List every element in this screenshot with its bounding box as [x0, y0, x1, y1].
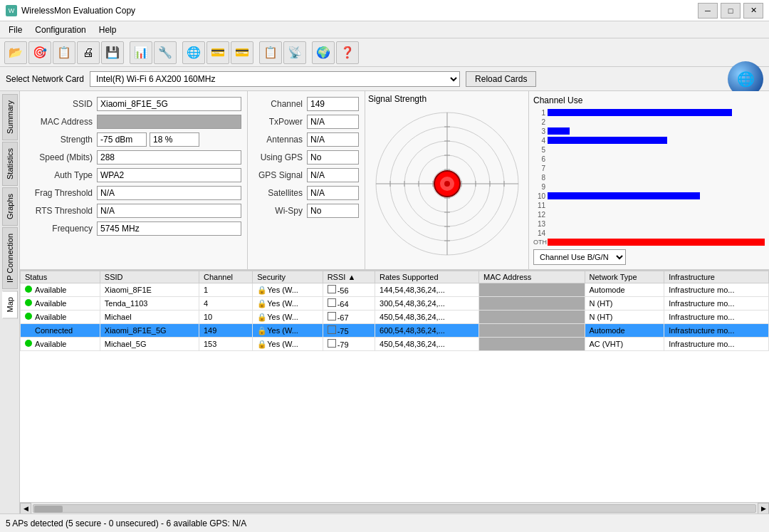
cell-channel: 10: [199, 311, 252, 324]
cell-ssid: Michael_5G: [100, 338, 199, 351]
content-panel: SSID Xiaomi_8F1E_5G MAC Address Strength…: [20, 91, 769, 513]
titlebar: W WirelessMon Evaluation Copy ─ □ ✕: [0, 0, 769, 21]
tab-map[interactable]: Map: [2, 291, 18, 318]
cell-status: Available: [21, 297, 100, 311]
cell-channel: 1: [199, 283, 252, 297]
scroll-thumb[interactable]: [34, 506, 63, 513]
table-row[interactable]: Available Michael_5G 153 🔒Yes (W... -79 …: [21, 338, 769, 351]
col-rates: Rates Supported: [375, 271, 479, 283]
cell-mac: ████████████: [479, 283, 585, 297]
cell-channel: 153: [199, 338, 252, 351]
toolbar-print[interactable]: 🖨: [77, 41, 100, 64]
table-row[interactable]: Available Tenda_1103 4 🔒Yes (W... -64 30…: [21, 297, 769, 311]
reload-cards-button[interactable]: Reload Cards: [466, 71, 536, 87]
table-area[interactable]: Status SSID Channel Security RSSI ▲ Rate…: [20, 270, 769, 502]
toolbar-globe[interactable]: 🌍: [312, 41, 335, 64]
toolbar-target[interactable]: 🎯: [28, 41, 51, 64]
rssi-indicator: [328, 339, 336, 348]
gpssignal-label: GPS Signal: [253, 170, 307, 180]
channel-bar-14: 14: [533, 229, 765, 237]
toolbar: 📂 🎯 📋 🖨 💾 📊 🔧 🌐 💳 💳 📋 📡 🌍 ❓: [0, 38, 769, 67]
cell-security: 🔒Yes (W...: [253, 297, 323, 311]
cell-mac: ████████████: [479, 338, 585, 351]
channel-bar-6: 6: [533, 155, 765, 163]
tab-summary[interactable]: Summary: [2, 94, 18, 140]
maximize-button[interactable]: □: [721, 3, 741, 19]
channel-bar-oth: OTH: [533, 238, 765, 246]
cell-security: 🔒Yes (W...: [253, 338, 323, 351]
auth-label: Auth Type: [26, 170, 97, 180]
channel-bar-3: 3: [533, 127, 765, 135]
toolbar-card1[interactable]: 💳: [206, 41, 229, 64]
cell-security: 🔒Yes (W...: [253, 283, 323, 297]
tab-statistics[interactable]: Statistics: [2, 142, 18, 186]
toolbar-list[interactable]: 📋: [259, 41, 282, 64]
toolbar-settings[interactable]: 🔧: [154, 41, 177, 64]
cell-status: Available: [21, 283, 100, 297]
cell-rssi: -56: [323, 283, 375, 297]
strength-row: Strength -75 dBm 18 %: [26, 132, 241, 147]
toolbar-chart[interactable]: 📊: [130, 41, 152, 64]
minimize-button[interactable]: ─: [698, 3, 718, 19]
channel-use-dropdown[interactable]: Channel Use B/G/N: [533, 249, 626, 265]
toolbar-help[interactable]: ❓: [336, 41, 359, 64]
table-row[interactable]: Available Michael 10 🔒Yes (W... -67 450,…: [21, 311, 769, 324]
gpssignal-value: N/A: [307, 168, 359, 182]
table-row[interactable]: Connected Xiaomi_8F1E_5G 149 🔒Yes (W... …: [21, 324, 769, 338]
speed-label: Speed (Mbits): [26, 152, 97, 162]
menu-help[interactable]: Help: [93, 24, 122, 36]
cell-mac: ████████████: [479, 311, 585, 324]
txpower-value: N/A: [307, 115, 359, 129]
toolbar-signal[interactable]: 📡: [283, 41, 306, 64]
cell-nettype: AC (VHT): [585, 338, 664, 351]
main-area: Summary Statistics Graphs IP Connection …: [0, 91, 769, 513]
toolbar-copy[interactable]: 📋: [53, 41, 75, 64]
wispy-value: No: [307, 204, 359, 218]
close-button[interactable]: ✕: [743, 3, 763, 19]
channel-bar-11: 11: [533, 201, 765, 209]
menu-configuration[interactable]: Configuration: [29, 24, 91, 36]
col-security: Security: [253, 271, 323, 283]
radar-svg: [369, 105, 525, 262]
lock-icon: 🔒: [257, 286, 267, 294]
rssi-indicator: [328, 298, 336, 307]
netcard-select[interactable]: Intel(R) Wi-Fi 6 AX200 160MHz: [90, 71, 460, 87]
frag-value: N/A: [97, 186, 241, 200]
strength-values: -75 dBm 18 %: [97, 132, 199, 147]
antennas-value: N/A: [307, 132, 359, 147]
wispy-label: Wi-Spy: [253, 206, 307, 216]
freq-row: Frequency 5745 MHz: [26, 221, 241, 236]
scroll-track[interactable]: [33, 504, 756, 513]
left-tabs: Summary Statistics Graphs IP Connection …: [0, 91, 20, 513]
cell-infra: Infrastructure mo...: [664, 338, 769, 351]
cell-ssid: Michael: [100, 311, 199, 324]
menu-file[interactable]: File: [3, 24, 28, 36]
channel-bar-12: 12: [533, 210, 765, 219]
satellites-row: Satellites N/A: [253, 186, 359, 200]
toolbar-network[interactable]: 🌐: [182, 41, 205, 64]
cell-security: 🔒Yes (W...: [253, 311, 323, 324]
signal-area: Signal Strength: [365, 91, 529, 269]
toolbar-card2[interactable]: 💳: [231, 41, 253, 64]
cell-rates: 300,54,48,36,24,...: [375, 297, 479, 311]
txpower-label: TxPower: [253, 117, 307, 127]
toolbar-open[interactable]: 📂: [4, 41, 27, 64]
antennas-row: Antennas N/A: [253, 132, 359, 147]
cell-rssi: -79: [323, 338, 375, 351]
col-status: Status: [21, 271, 100, 283]
txpower-row: TxPower N/A: [253, 115, 359, 129]
tab-ip-connection[interactable]: IP Connection: [2, 227, 18, 289]
lock-icon: 🔒: [257, 326, 267, 335]
cell-channel: 149: [199, 324, 252, 338]
table-row[interactable]: Available Xiaomi_8F1E 1 🔒Yes (W... -56 1…: [21, 283, 769, 297]
channel-bar-5: 5: [533, 145, 765, 154]
scroll-left-btn[interactable]: ◀: [20, 503, 31, 514]
horizontal-scrollbar[interactable]: ◀ ▶: [20, 502, 769, 513]
channel-label: Channel: [253, 99, 307, 109]
signal-radar: [369, 105, 525, 262]
scroll-right-btn[interactable]: ▶: [758, 503, 769, 514]
toolbar-save[interactable]: 💾: [101, 41, 124, 64]
strength-pct: 18 %: [150, 132, 199, 147]
statusbar: 5 APs detected (5 secure - 0 unsecured) …: [0, 513, 769, 532]
tab-graphs[interactable]: Graphs: [2, 187, 18, 226]
